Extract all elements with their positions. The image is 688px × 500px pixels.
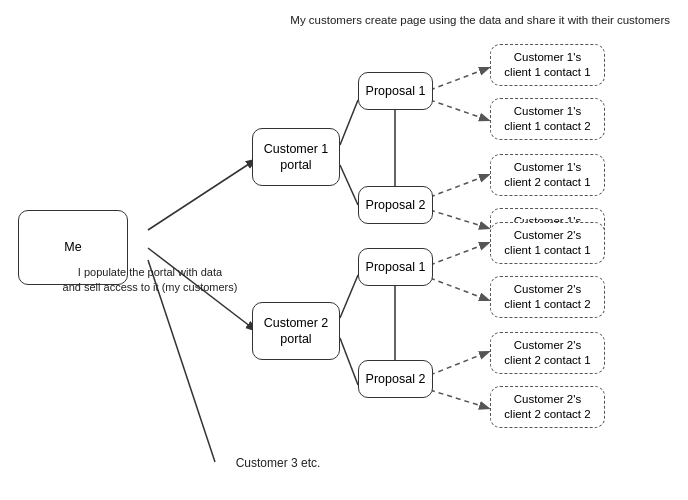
c2-cl2-con1-node: Customer 2's client 2 contact 1 [490,332,605,374]
c2-cl2-con2-node: Customer 2's client 2 contact 2 [490,386,605,428]
svg-line-11 [430,243,488,265]
header-note: My customers create page using the data … [280,12,670,28]
customer2-portal-node: Customer 2 portal [252,302,340,360]
svg-line-3 [340,100,358,145]
proposal-c1-2-node: Proposal 2 [358,186,433,224]
svg-line-14 [430,390,488,408]
svg-line-10 [430,210,488,228]
c2-cl1-con1-node: Customer 2's client 1 contact 1 [490,222,605,264]
svg-line-12 [430,278,488,300]
c1-cl1-con2-node: Customer 1's client 1 contact 2 [490,98,605,140]
left-annotation: I populate the portal with data and sell… [50,265,250,296]
svg-line-13 [430,352,488,375]
svg-line-8 [430,100,488,120]
svg-line-7 [430,68,488,90]
svg-line-6 [340,338,358,385]
proposal-c2-2-node: Proposal 2 [358,360,433,398]
svg-line-5 [340,275,358,318]
svg-line-9 [430,175,488,197]
customer1-portal-node: Customer 1 portal [252,128,340,186]
c2-cl1-con2-node: Customer 2's client 1 contact 2 [490,276,605,318]
svg-line-4 [340,165,358,205]
proposal-c1-1-node: Proposal 1 [358,72,433,110]
customer3-label: Customer 3 etc. [218,455,338,472]
diagram: My customers create page using the data … [0,0,688,500]
proposal-c2-1-node: Proposal 1 [358,248,433,286]
svg-line-0 [148,160,255,230]
c1-cl1-con1-node: Customer 1's client 1 contact 1 [490,44,605,86]
c1-cl2-con1-node: Customer 1's client 2 contact 1 [490,154,605,196]
